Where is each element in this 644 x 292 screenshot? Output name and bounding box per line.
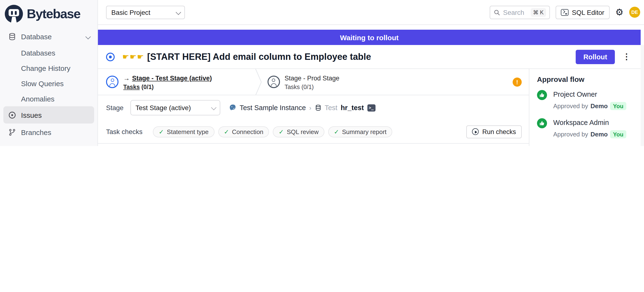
- check-pill-statement-type[interactable]: ✓Statement type: [153, 126, 214, 137]
- issue-title: [START HERE] Add email column to Employe…: [147, 51, 371, 62]
- project-selector[interactable]: Basic Project: [106, 6, 185, 19]
- search-placeholder: Search: [503, 8, 524, 16]
- you-badge: You: [610, 102, 626, 110]
- database-icon: [314, 104, 321, 111]
- sql-editor-button[interactable]: SQL Editor: [556, 6, 610, 19]
- sidebar-item-branches[interactable]: Branches: [3, 123, 94, 141]
- active-arrow-icon: →: [123, 74, 130, 82]
- search-shortcut-badge: ⌘ K: [530, 8, 546, 17]
- bytebase-logo-icon: [5, 5, 23, 23]
- sidebar-item-label: Database: [21, 32, 52, 41]
- approver-name: Demo: [590, 131, 608, 138]
- breadcrumb-instance[interactable]: Test Sample Instance: [240, 104, 306, 111]
- breadcrumb-chevron-icon: ›: [309, 104, 311, 111]
- sidebar: Bytebase Database Databases Change Histo…: [0, 0, 98, 146]
- stage-name: Stage - Prod Stage: [284, 74, 340, 82]
- project-selector-value: Basic Project: [111, 8, 150, 16]
- stage-tab-test[interactable]: →Stage - Test Stage (active) Tasks (0/1): [98, 73, 212, 90]
- stage-label: Stage: [106, 104, 124, 111]
- check-icon: ✓: [334, 128, 339, 135]
- check-icon: ✓: [159, 128, 164, 135]
- database-icon: [8, 32, 16, 41]
- approval-step: Project Owner Approved by Demo You: [537, 90, 641, 110]
- check-icon: ✓: [224, 128, 229, 135]
- settings-gear-icon[interactable]: ⚙: [615, 8, 624, 17]
- chevron-down-icon: [176, 8, 180, 16]
- stage-tab-prod[interactable]: Stage - Prod Stage Tasks (0/1): [262, 73, 340, 90]
- changelist-icon: [8, 145, 16, 146]
- sql-section: SQL Edit 1 ALTER TABLE employee ADD COLU…: [98, 143, 529, 146]
- approval-role: Workspace Admin: [553, 119, 609, 126]
- search-icon: [494, 9, 500, 16]
- sidebar-item-databases[interactable]: Databases: [3, 45, 94, 60]
- branch-icon: [8, 128, 16, 136]
- play-circle-icon: [472, 128, 479, 135]
- sidebar-item-change-history[interactable]: Change History: [3, 60, 94, 76]
- stage-name: Stage - Test Stage (active): [132, 74, 212, 82]
- check-pill-connection[interactable]: ✓Connection: [218, 126, 269, 137]
- postgres-icon: [228, 104, 236, 111]
- sidebar-item-changelists[interactable]: Changelists: [3, 141, 94, 146]
- main-column: Basic Project Search ⌘ K SQL Editor ⚙ DE…: [98, 0, 644, 146]
- stage-separator: [255, 69, 262, 95]
- task-checks-label: Task checks: [106, 128, 142, 135]
- top-bar: Basic Project Search ⌘ K SQL Editor ⚙ DE: [98, 0, 644, 25]
- check-pill-summary-report[interactable]: ✓Summary report: [328, 126, 392, 137]
- sidebar-item-anomalies[interactable]: Anomalies: [3, 91, 94, 106]
- issue-side-panel: Approval flow Project Owner Approved by …: [529, 69, 644, 146]
- approval-step: Workspace Admin Approved by Demo You: [537, 118, 641, 138]
- stage-warning-badge: !: [512, 78, 522, 87]
- approver-name: Demo: [590, 102, 608, 110]
- stage-select-value: Test Stage (active): [136, 104, 191, 111]
- run-checks-button[interactable]: Run checks: [466, 125, 522, 138]
- pointer-emoji: ☛☛☛: [122, 52, 144, 61]
- issue-detail-pane: →Stage - Test Stage (active) Tasks (0/1)…: [98, 69, 529, 146]
- approval-role: Project Owner: [553, 90, 597, 98]
- issue-status-icon: [106, 52, 115, 61]
- status-banner: Waiting to rollout: [98, 30, 641, 45]
- breadcrumb-environment: Test: [325, 104, 337, 111]
- bytebase-app: Bytebase Database Databases Change Histo…: [0, 0, 644, 146]
- brand-name: Bytebase: [27, 7, 80, 21]
- stage-tasks-link[interactable]: Tasks: [123, 84, 140, 90]
- brand-logo[interactable]: Bytebase: [3, 4, 94, 28]
- stage-person-icon: [106, 76, 118, 88]
- chevron-down-icon: [211, 104, 215, 111]
- you-badge: You: [610, 130, 626, 138]
- open-sql-editor-icon[interactable]: >_: [367, 104, 375, 111]
- issue-icon: [8, 111, 16, 119]
- chevron-down-icon: [86, 32, 89, 41]
- kebab-menu-icon[interactable]: ⋮: [622, 52, 630, 62]
- thumbs-up-icon: [537, 90, 547, 100]
- rollout-button[interactable]: Rollout: [576, 50, 615, 64]
- thumbs-up-icon: [537, 118, 547, 128]
- stage-person-icon: [267, 76, 280, 88]
- issue-title-row: ☛☛☛ [START HERE] Add email column to Emp…: [98, 45, 641, 69]
- terminal-icon: [561, 9, 568, 16]
- user-avatar[interactable]: DE: [629, 7, 640, 18]
- search-input[interactable]: Search ⌘ K: [490, 6, 550, 19]
- approval-flow-heading: Approval flow: [537, 75, 641, 83]
- stage-select-row: Stage Test Stage (active) Test Sample In…: [98, 95, 529, 120]
- stage-tabs: →Stage - Test Stage (active) Tasks (0/1)…: [98, 69, 529, 95]
- check-pill-sql-review[interactable]: ✓SQL review: [273, 126, 324, 137]
- stage-select[interactable]: Test Stage (active): [130, 100, 220, 115]
- scrollbar[interactable]: [641, 45, 644, 146]
- task-checks-row: Task checks ✓Statement type ✓Connection …: [98, 120, 529, 143]
- sidebar-item-database[interactable]: Database: [3, 28, 94, 45]
- sidebar-item-issues[interactable]: Issues: [3, 106, 94, 123]
- breadcrumb-database[interactable]: hr_test: [341, 104, 364, 111]
- check-icon: ✓: [279, 128, 284, 135]
- sidebar-item-slow-queries[interactable]: Slow Queries: [3, 76, 94, 91]
